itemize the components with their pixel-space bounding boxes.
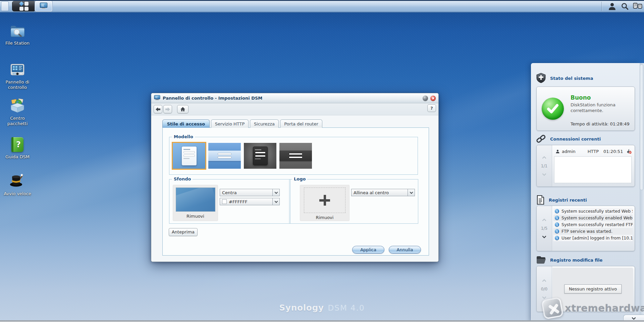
page-indicator: 1/5 — [541, 226, 547, 231]
logo-upload-dropzone[interactable] — [304, 187, 345, 213]
logo-remove-button[interactable]: Rimuovi — [316, 215, 334, 220]
logo-preview: Rimuovi — [300, 185, 350, 221]
logo-align-select[interactable]: Allinea al centro — [351, 189, 415, 196]
desktop-icon-control-panel[interactable]: Pannello di controllo — [0, 61, 35, 90]
control-panel-icon — [0, 61, 35, 77]
log-row: FTP service was started. — [553, 228, 633, 234]
background-position-value: Centra — [222, 190, 237, 195]
tab-router-port[interactable]: Porta del router — [280, 119, 322, 128]
window-toolbar — [151, 103, 438, 115]
window-content: Stile di accesso Servizio HTTP Sicurezza… — [151, 115, 438, 262]
window-titlebar[interactable]: Pannello di controllo - Impostazioni DSM — [151, 93, 438, 103]
app-grid-icon — [19, 2, 29, 11]
tab-security[interactable]: Sicurezza — [250, 119, 279, 128]
taskbar-divider — [601, 2, 602, 11]
taskbar-right — [601, 0, 644, 12]
page-down-button[interactable] — [542, 234, 546, 238]
logo-legend: Logo — [292, 176, 307, 181]
tab-login-style[interactable]: Stile di accesso — [162, 119, 210, 128]
page-indicator: 0/0 — [541, 287, 547, 291]
preview-button[interactable]: Anteprima — [169, 228, 198, 236]
back-button[interactable] — [154, 105, 162, 113]
desktop-icon-label: Pannello di controllo — [2, 79, 33, 90]
home-icon — [180, 107, 185, 112]
desktop-icon-label: Centro pacchetti — [2, 116, 33, 126]
log-row: System successfully restarted FTP... — [553, 221, 633, 228]
background-preview: Rimuovi — [173, 185, 218, 221]
log-row: System successfully started Web St... — [553, 208, 633, 214]
tab-http-service[interactable]: Servizio HTTP — [211, 119, 249, 128]
desktop-icon-package-center[interactable]: Centro pacchetti — [0, 97, 35, 126]
page-up-button[interactable] — [542, 218, 546, 223]
package-center-icon — [0, 97, 35, 113]
close-button[interactable] — [430, 96, 436, 101]
connection-user: admin — [562, 149, 576, 154]
system-status-header: Stato del sistema — [536, 73, 593, 84]
desktop-icon-dsm-help[interactable]: ? Guida DSM — [0, 136, 35, 160]
connections-header: Connessioni correnti — [536, 134, 601, 144]
template-thumbnail-dark-band[interactable] — [279, 143, 312, 169]
log-text: System successfully enabled WebD... — [561, 215, 633, 220]
user-icon — [608, 2, 616, 11]
forward-button[interactable] — [163, 105, 172, 113]
background-color-select[interactable]: #FFFFFF — [220, 198, 280, 205]
search-button[interactable] — [619, 1, 631, 11]
page-down-button[interactable] — [542, 172, 546, 176]
taskbar-item-control-panel[interactable] — [35, 1, 52, 11]
chevron-down-icon — [272, 198, 279, 205]
logo-align-value: Allinea al centro — [354, 190, 389, 195]
page-up-button[interactable] — [542, 279, 546, 283]
log-row: System successfully enabled WebD... — [553, 215, 633, 221]
user-icon — [555, 149, 560, 154]
template-thumbnail-dark-card[interactable] — [244, 143, 276, 169]
question-mark: ? — [16, 140, 21, 149]
connection-row: admin HTTP 01:20:51 — [555, 148, 632, 155]
recent-logs-card: 1/5 System successfully started Web St..… — [536, 206, 635, 251]
help-button[interactable]: ? — [427, 104, 436, 112]
widgets-toggle-button[interactable] — [631, 1, 644, 11]
background-image-thumb[interactable] — [176, 187, 215, 212]
desktop-icon-quick-start[interactable]: Avvio veloce — [0, 173, 35, 197]
page-up-button[interactable] — [542, 156, 546, 160]
dsm-help-icon: ? — [0, 136, 35, 152]
window-title: Pannello di controllo - Impostazioni DSM — [163, 96, 262, 101]
file-station-icon — [0, 22, 35, 38]
desktop-icon-label: Avvio veloce — [2, 191, 33, 197]
template-thumbnail-blue-card[interactable] — [173, 143, 205, 169]
background-remove-button[interactable]: Rimuovi — [186, 214, 204, 219]
info-icon — [555, 229, 559, 233]
link-icon — [536, 134, 546, 144]
connection-protocol: HTTP — [588, 149, 599, 154]
template-thumbnail-blue-band[interactable] — [208, 143, 241, 169]
background-position-select[interactable]: Centra — [220, 189, 280, 196]
chevron-down-icon — [408, 189, 415, 196]
template-thumbnails — [173, 143, 312, 169]
status-ok-icon — [542, 98, 564, 120]
desktop-icon-file-station[interactable]: File Station — [0, 22, 35, 46]
log-document-icon — [536, 195, 545, 205]
main-menu-button[interactable] — [12, 1, 36, 11]
show-desktop-button[interactable] — [1, 1, 9, 11]
info-icon — [555, 216, 559, 220]
background-legend: Sfondo — [172, 176, 193, 181]
status-value: Buono — [571, 94, 591, 101]
minimize-button[interactable] — [423, 96, 428, 101]
apply-button[interactable]: Applica — [352, 246, 384, 254]
template-legend: Modello — [172, 134, 195, 139]
desktop-icon-label: Guida DSM — [2, 154, 33, 160]
file-log-header: Registro modifica file — [536, 256, 602, 264]
bottom-edge-strip — [0, 320, 644, 322]
no-active-log-button[interactable]: Nessun registro attivo — [564, 284, 622, 293]
sidebar-scrollbar-thumb[interactable] — [640, 64, 644, 190]
user-menu-button[interactable] — [606, 1, 619, 11]
window-monitor-icon — [154, 95, 160, 101]
disconnect-button[interactable] — [626, 149, 632, 154]
status-uptime: Tempo di attività: 01:28:49 — [571, 121, 630, 126]
chevron-down-icon — [272, 189, 279, 196]
widget-title: Registro modifica file — [550, 258, 602, 263]
page-down-button[interactable] — [542, 295, 546, 299]
cancel-button[interactable]: Annulla — [389, 246, 421, 254]
magic-hat-icon — [0, 173, 35, 189]
add-logo-icon — [319, 195, 330, 206]
home-button[interactable] — [177, 105, 189, 113]
